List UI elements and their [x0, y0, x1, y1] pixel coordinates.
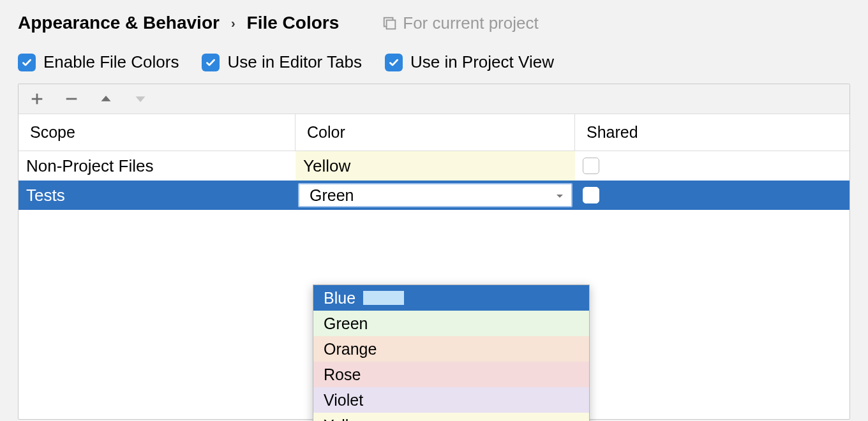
dropdown-item-green[interactable]: Green [313, 311, 589, 336]
add-button[interactable] [29, 91, 45, 107]
breadcrumb-current: File Colors [247, 13, 340, 33]
cell-color: Green [296, 181, 575, 210]
scope-hint-label: For current project [403, 13, 538, 33]
dropdown-item-label: Orange [324, 340, 377, 358]
scope-hint: For current project [382, 13, 538, 33]
file-colors-panel: Scope Color Shared Non-Project Files Yel… [18, 84, 850, 420]
enable-file-colors-label: Enable File Colors [43, 52, 179, 72]
checkmark-icon [202, 54, 220, 71]
use-in-project-view-label: Use in Project View [410, 52, 554, 72]
dropdown-item-orange[interactable]: Orange [313, 336, 589, 362]
cell-shared [575, 181, 849, 210]
chevron-right-icon: › [231, 16, 236, 31]
header-scope: Scope [19, 114, 296, 151]
dropdown-item-label: Blue [324, 289, 355, 307]
enable-file-colors-checkbox[interactable]: Enable File Colors [18, 52, 179, 72]
cell-color: Yellow [296, 151, 575, 181]
cell-shared [575, 151, 849, 181]
header-shared: Shared [575, 114, 849, 151]
use-in-project-view-checkbox[interactable]: Use in Project View [385, 52, 554, 72]
cell-scope: Non-Project Files [19, 151, 296, 181]
table-row[interactable]: Non-Project Files Yellow [19, 151, 849, 181]
move-up-button[interactable] [98, 91, 114, 107]
dropdown-item-violet[interactable]: Violet [313, 387, 589, 413]
dropdown-item-blue[interactable]: Blue [313, 285, 589, 311]
chevron-down-icon [555, 186, 565, 205]
dropdown-item-yellow[interactable]: Yellow [313, 413, 589, 421]
remove-button[interactable] [63, 91, 80, 107]
dropdown-item-label: Violet [324, 391, 363, 410]
use-in-editor-tabs-label: Use in Editor Tabs [227, 52, 362, 72]
dropdown-item-rose[interactable]: Rose [313, 362, 589, 387]
dropdown-item-label: Green [324, 314, 368, 333]
checkmark-icon [385, 54, 403, 71]
color-dropdown: Blue Green Orange Rose Violet Yellow Cus… [313, 284, 590, 421]
dropdown-item-label: Rose [324, 366, 361, 384]
dropdown-item-label: Yellow [324, 417, 369, 422]
svg-rect-1 [387, 20, 396, 29]
color-combo[interactable]: Green [298, 183, 572, 207]
breadcrumb-parent[interactable]: Appearance & Behavior [18, 13, 220, 33]
move-down-button[interactable] [132, 91, 149, 107]
color-combo-value: Green [310, 186, 354, 205]
color-swatch-icon [363, 291, 404, 305]
use-in-editor-tabs-checkbox[interactable]: Use in Editor Tabs [202, 52, 362, 72]
checkbox-row: Enable File Colors Use in Editor Tabs Us… [18, 52, 850, 72]
table-header: Scope Color Shared [19, 114, 849, 151]
toolbar [19, 84, 849, 114]
table-row[interactable]: Tests Green [19, 181, 849, 210]
checkmark-icon [18, 54, 36, 71]
cell-scope: Tests [19, 181, 296, 210]
header-color: Color [296, 114, 575, 151]
shared-checkbox[interactable] [583, 187, 599, 203]
project-icon [382, 16, 396, 30]
shared-checkbox[interactable] [583, 158, 599, 174]
breadcrumb: Appearance & Behavior › File Colors For … [18, 13, 850, 33]
